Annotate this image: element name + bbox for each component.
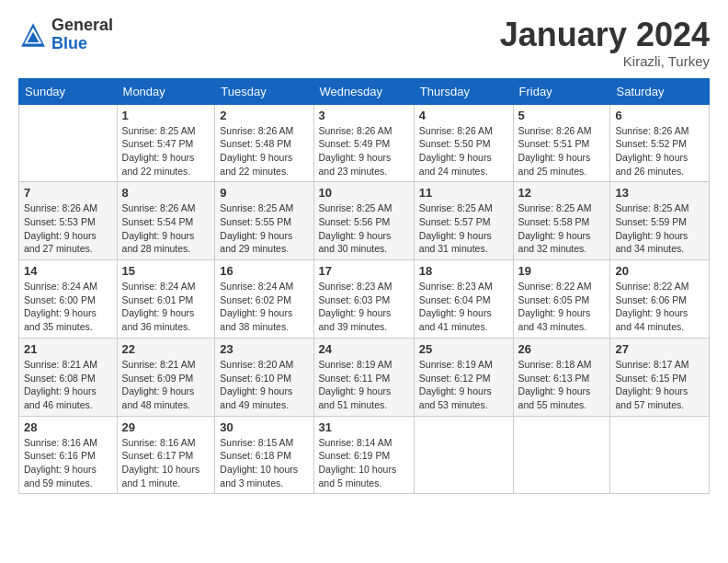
day-info: Sunrise: 8:22 AM Sunset: 6:06 PM Dayligh…: [615, 280, 704, 334]
day-info: Sunrise: 8:26 AM Sunset: 5:52 PM Dayligh…: [615, 124, 704, 178]
day-info: Sunrise: 8:25 AM Sunset: 5:47 PM Dayligh…: [122, 124, 210, 178]
header-friday: Friday: [513, 78, 610, 104]
logo-general: General: [51, 17, 113, 35]
day-cell: 2Sunrise: 8:26 AM Sunset: 5:48 PM Daylig…: [215, 104, 313, 182]
day-cell: [414, 416, 513, 494]
location: Kirazli, Turkey: [500, 53, 710, 69]
day-info: Sunrise: 8:25 AM Sunset: 5:59 PM Dayligh…: [615, 201, 704, 256]
day-info: Sunrise: 8:14 AM Sunset: 6:19 PM Dayligh…: [319, 436, 409, 490]
day-cell: 9Sunrise: 8:25 AM Sunset: 5:55 PM Daylig…: [215, 182, 313, 260]
day-info: Sunrise: 8:16 AM Sunset: 6:17 PM Dayligh…: [122, 436, 210, 490]
day-info: Sunrise: 8:25 AM Sunset: 5:55 PM Dayligh…: [220, 201, 308, 256]
day-number: 13: [615, 186, 704, 200]
day-cell: 20Sunrise: 8:22 AM Sunset: 6:06 PM Dayli…: [610, 260, 710, 339]
day-cell: 28Sunrise: 8:16 AM Sunset: 6:16 PM Dayli…: [19, 416, 118, 494]
day-info: Sunrise: 8:25 AM Sunset: 5:56 PM Dayligh…: [319, 201, 409, 256]
day-number: 17: [319, 264, 409, 278]
day-number: 4: [419, 109, 508, 122]
day-cell: 11Sunrise: 8:25 AM Sunset: 5:57 PM Dayli…: [414, 182, 513, 260]
day-number: 23: [220, 342, 308, 356]
day-info: Sunrise: 8:26 AM Sunset: 5:48 PM Dayligh…: [220, 124, 308, 178]
day-number: 2: [220, 109, 308, 122]
day-number: 12: [518, 186, 606, 200]
logo: General Blue: [18, 17, 113, 53]
day-info: Sunrise: 8:26 AM Sunset: 5:53 PM Dayligh…: [24, 201, 112, 256]
header-thursday: Thursday: [414, 78, 513, 104]
day-number: 31: [319, 420, 409, 434]
logo-text: General Blue: [51, 17, 113, 53]
day-info: Sunrise: 8:16 AM Sunset: 6:16 PM Dayligh…: [24, 436, 112, 490]
day-number: 3: [319, 109, 409, 122]
day-cell: 13Sunrise: 8:25 AM Sunset: 5:59 PM Dayli…: [610, 182, 710, 260]
day-number: 29: [122, 420, 210, 434]
day-number: 5: [518, 109, 606, 122]
day-cell: 30Sunrise: 8:15 AM Sunset: 6:18 PM Dayli…: [215, 416, 313, 494]
day-cell: 19Sunrise: 8:22 AM Sunset: 6:05 PM Dayli…: [513, 260, 610, 339]
day-number: 22: [122, 342, 210, 356]
day-cell: 24Sunrise: 8:19 AM Sunset: 6:11 PM Dayli…: [313, 338, 414, 416]
day-number: 20: [615, 264, 704, 278]
day-info: Sunrise: 8:24 AM Sunset: 6:02 PM Dayligh…: [220, 280, 308, 334]
logo-icon: [18, 20, 48, 50]
day-info: Sunrise: 8:17 AM Sunset: 6:15 PM Dayligh…: [615, 358, 704, 412]
day-cell: 23Sunrise: 8:20 AM Sunset: 6:10 PM Dayli…: [215, 338, 313, 416]
week-row-3: 14Sunrise: 8:24 AM Sunset: 6:00 PM Dayli…: [19, 260, 710, 339]
day-number: 27: [615, 342, 704, 356]
day-info: Sunrise: 8:24 AM Sunset: 6:01 PM Dayligh…: [122, 280, 210, 334]
header-wednesday: Wednesday: [313, 78, 414, 104]
week-row-2: 7Sunrise: 8:26 AM Sunset: 5:53 PM Daylig…: [19, 182, 710, 260]
header-row: SundayMondayTuesdayWednesdayThursdayFrid…: [19, 78, 710, 104]
calendar-table: SundayMondayTuesdayWednesdayThursdayFrid…: [18, 78, 710, 495]
day-cell: 17Sunrise: 8:23 AM Sunset: 6:03 PM Dayli…: [313, 260, 414, 339]
day-info: Sunrise: 8:15 AM Sunset: 6:18 PM Dayligh…: [220, 436, 308, 490]
day-info: Sunrise: 8:26 AM Sunset: 5:54 PM Dayligh…: [122, 201, 210, 256]
day-info: Sunrise: 8:19 AM Sunset: 6:11 PM Dayligh…: [319, 358, 409, 412]
day-number: 9: [220, 186, 308, 200]
day-cell: 6Sunrise: 8:26 AM Sunset: 5:52 PM Daylig…: [610, 104, 710, 182]
day-number: 10: [319, 186, 409, 200]
day-cell: 3Sunrise: 8:26 AM Sunset: 5:49 PM Daylig…: [313, 104, 414, 182]
day-number: 26: [518, 342, 606, 356]
day-info: Sunrise: 8:21 AM Sunset: 6:09 PM Dayligh…: [122, 358, 210, 412]
day-info: Sunrise: 8:25 AM Sunset: 5:58 PM Dayligh…: [518, 201, 606, 256]
day-cell: 10Sunrise: 8:25 AM Sunset: 5:56 PM Dayli…: [313, 182, 414, 260]
header: General Blue January 2024 Kirazli, Turke…: [18, 17, 710, 69]
day-info: Sunrise: 8:23 AM Sunset: 6:04 PM Dayligh…: [419, 280, 508, 334]
day-info: Sunrise: 8:23 AM Sunset: 6:03 PM Dayligh…: [319, 280, 409, 334]
day-cell: 21Sunrise: 8:21 AM Sunset: 6:08 PM Dayli…: [19, 338, 118, 416]
day-number: 7: [24, 186, 112, 200]
day-number: 14: [24, 264, 112, 278]
day-cell: 7Sunrise: 8:26 AM Sunset: 5:53 PM Daylig…: [19, 182, 118, 260]
day-cell: 8Sunrise: 8:26 AM Sunset: 5:54 PM Daylig…: [117, 182, 215, 260]
day-number: 6: [615, 109, 704, 122]
day-number: 1: [122, 109, 210, 122]
day-number: 30: [220, 420, 308, 434]
day-cell: [513, 416, 610, 494]
day-cell: 18Sunrise: 8:23 AM Sunset: 6:04 PM Dayli…: [414, 260, 513, 339]
week-row-4: 21Sunrise: 8:21 AM Sunset: 6:08 PM Dayli…: [19, 338, 710, 416]
day-number: 11: [419, 186, 508, 200]
day-cell: 4Sunrise: 8:26 AM Sunset: 5:50 PM Daylig…: [414, 104, 513, 182]
day-cell: 12Sunrise: 8:25 AM Sunset: 5:58 PM Dayli…: [513, 182, 610, 260]
day-cell: 26Sunrise: 8:18 AM Sunset: 6:13 PM Dayli…: [513, 338, 610, 416]
day-cell: 14Sunrise: 8:24 AM Sunset: 6:00 PM Dayli…: [19, 260, 118, 339]
week-row-1: 1Sunrise: 8:25 AM Sunset: 5:47 PM Daylig…: [19, 104, 710, 182]
day-info: Sunrise: 8:26 AM Sunset: 5:50 PM Dayligh…: [419, 124, 508, 178]
day-cell: 1Sunrise: 8:25 AM Sunset: 5:47 PM Daylig…: [117, 104, 215, 182]
day-number: 21: [24, 342, 112, 356]
day-number: 18: [419, 264, 508, 278]
day-cell: 31Sunrise: 8:14 AM Sunset: 6:19 PM Dayli…: [313, 416, 414, 494]
day-number: 24: [319, 342, 409, 356]
day-cell: 27Sunrise: 8:17 AM Sunset: 6:15 PM Dayli…: [610, 338, 710, 416]
logo-blue: Blue: [51, 35, 113, 53]
day-info: Sunrise: 8:22 AM Sunset: 6:05 PM Dayligh…: [518, 280, 606, 334]
day-info: Sunrise: 8:21 AM Sunset: 6:08 PM Dayligh…: [24, 358, 112, 412]
day-info: Sunrise: 8:26 AM Sunset: 5:51 PM Dayligh…: [518, 124, 606, 178]
header-monday: Monday: [117, 78, 215, 104]
header-saturday: Saturday: [610, 78, 710, 104]
day-number: 8: [122, 186, 210, 200]
day-info: Sunrise: 8:19 AM Sunset: 6:12 PM Dayligh…: [419, 358, 508, 412]
day-info: Sunrise: 8:18 AM Sunset: 6:13 PM Dayligh…: [518, 358, 606, 412]
day-number: 15: [122, 264, 210, 278]
month-title: January 2024: [500, 17, 710, 53]
